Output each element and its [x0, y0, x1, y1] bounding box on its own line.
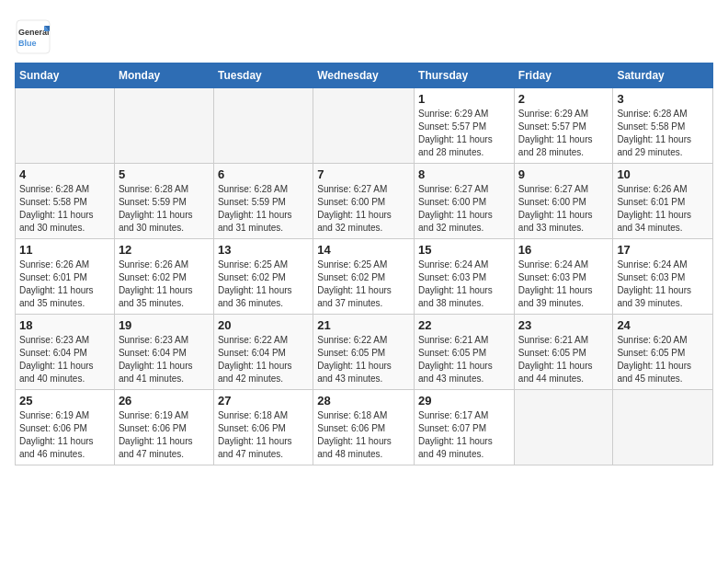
calendar-cell: 10Sunrise: 6:26 AM Sunset: 6:01 PM Dayli…	[613, 164, 713, 239]
calendar-cell: 28Sunrise: 6:18 AM Sunset: 6:06 PM Dayli…	[313, 390, 415, 465]
calendar-cell: 12Sunrise: 6:26 AM Sunset: 6:02 PM Dayli…	[114, 239, 213, 315]
calendar-cell	[613, 390, 713, 465]
calendar-cell	[114, 88, 213, 164]
day-of-week-header: Monday	[114, 63, 213, 88]
calendar-cell: 15Sunrise: 6:24 AM Sunset: 6:03 PM Dayli…	[415, 239, 515, 315]
calendar-cell: 13Sunrise: 6:25 AM Sunset: 6:02 PM Dayli…	[213, 239, 313, 315]
calendar-cell: 6Sunrise: 6:28 AM Sunset: 5:59 PM Daylig…	[213, 164, 313, 239]
day-number: 21	[317, 318, 410, 332]
day-number: 9	[518, 167, 609, 181]
calendar-cell: 23Sunrise: 6:21 AM Sunset: 6:05 PM Dayli…	[514, 315, 613, 390]
calendar-cell: 25Sunrise: 6:19 AM Sunset: 6:06 PM Dayli…	[16, 390, 115, 465]
calendar-week-row: 11Sunrise: 6:26 AM Sunset: 6:01 PM Dayli…	[16, 239, 713, 315]
day-info: Sunrise: 6:27 AM Sunset: 6:00 PM Dayligh…	[418, 183, 510, 235]
day-number: 13	[218, 243, 309, 257]
day-of-week-header: Friday	[514, 63, 613, 88]
day-info: Sunrise: 6:21 AM Sunset: 6:05 PM Dayligh…	[518, 334, 609, 385]
calendar-cell: 21Sunrise: 6:22 AM Sunset: 6:05 PM Dayli…	[313, 315, 415, 390]
calendar-cell: 3Sunrise: 6:28 AM Sunset: 5:58 PM Daylig…	[613, 88, 713, 164]
day-number: 14	[317, 243, 410, 257]
day-info: Sunrise: 6:20 AM Sunset: 6:05 PM Dayligh…	[617, 334, 709, 385]
calendar-week-row: 18Sunrise: 6:23 AM Sunset: 6:04 PM Dayli…	[16, 315, 713, 390]
calendar-cell	[16, 88, 115, 164]
calendar-cell: 26Sunrise: 6:19 AM Sunset: 6:06 PM Dayli…	[114, 390, 213, 465]
day-number: 7	[317, 167, 410, 181]
day-info: Sunrise: 6:25 AM Sunset: 6:02 PM Dayligh…	[218, 259, 309, 310]
day-number: 4	[19, 167, 110, 181]
day-number: 10	[617, 167, 709, 181]
day-info: Sunrise: 6:18 AM Sunset: 6:06 PM Dayligh…	[218, 409, 309, 461]
calendar-cell: 16Sunrise: 6:24 AM Sunset: 6:03 PM Dayli…	[514, 239, 613, 315]
day-of-week-header: Sunday	[16, 63, 115, 88]
calendar-cell: 7Sunrise: 6:27 AM Sunset: 6:00 PM Daylig…	[313, 164, 415, 239]
calendar-cell: 27Sunrise: 6:18 AM Sunset: 6:06 PM Dayli…	[213, 390, 313, 465]
calendar-cell: 9Sunrise: 6:27 AM Sunset: 6:00 PM Daylig…	[514, 164, 613, 239]
day-info: Sunrise: 6:28 AM Sunset: 5:58 PM Dayligh…	[617, 108, 709, 159]
day-number: 11	[19, 243, 110, 257]
day-of-week-header: Tuesday	[213, 63, 313, 88]
day-number: 6	[218, 167, 309, 181]
day-info: Sunrise: 6:24 AM Sunset: 6:03 PM Dayligh…	[418, 259, 510, 310]
day-number: 22	[418, 318, 510, 332]
calendar-cell: 29Sunrise: 6:17 AM Sunset: 6:07 PM Dayli…	[415, 390, 515, 465]
day-info: Sunrise: 6:24 AM Sunset: 6:03 PM Dayligh…	[518, 259, 609, 310]
header: General Blue	[15, 15, 713, 55]
calendar-cell	[514, 390, 613, 465]
day-number: 8	[418, 167, 510, 181]
calendar-cell: 20Sunrise: 6:22 AM Sunset: 6:04 PM Dayli…	[213, 315, 313, 390]
calendar-table: SundayMondayTuesdayWednesdayThursdayFrid…	[15, 63, 713, 465]
day-number: 16	[518, 243, 609, 257]
calendar-week-row: 1Sunrise: 6:29 AM Sunset: 5:57 PM Daylig…	[16, 88, 713, 164]
day-number: 5	[119, 167, 210, 181]
day-info: Sunrise: 6:23 AM Sunset: 6:04 PM Dayligh…	[119, 334, 210, 385]
calendar-cell: 2Sunrise: 6:29 AM Sunset: 5:57 PM Daylig…	[514, 88, 613, 164]
day-of-week-header: Saturday	[613, 63, 713, 88]
day-info: Sunrise: 6:22 AM Sunset: 6:05 PM Dayligh…	[317, 334, 410, 385]
day-number: 3	[617, 92, 709, 106]
day-info: Sunrise: 6:28 AM Sunset: 5:59 PM Dayligh…	[218, 183, 309, 235]
day-number: 28	[317, 394, 410, 408]
calendar-cell: 11Sunrise: 6:26 AM Sunset: 6:01 PM Dayli…	[16, 239, 115, 315]
day-info: Sunrise: 6:29 AM Sunset: 5:57 PM Dayligh…	[418, 108, 510, 159]
calendar-cell: 4Sunrise: 6:28 AM Sunset: 5:58 PM Daylig…	[16, 164, 115, 239]
day-number: 18	[19, 318, 110, 332]
day-info: Sunrise: 6:29 AM Sunset: 5:57 PM Dayligh…	[518, 108, 609, 159]
calendar-cell: 8Sunrise: 6:27 AM Sunset: 6:00 PM Daylig…	[415, 164, 515, 239]
day-info: Sunrise: 6:25 AM Sunset: 6:02 PM Dayligh…	[317, 259, 410, 310]
day-number: 19	[119, 318, 210, 332]
day-number: 27	[218, 394, 309, 408]
day-of-week-header: Wednesday	[313, 63, 415, 88]
calendar-cell: 18Sunrise: 6:23 AM Sunset: 6:04 PM Dayli…	[16, 315, 115, 390]
logo: General Blue	[15, 18, 51, 55]
day-number: 1	[418, 92, 510, 106]
day-number: 20	[218, 318, 309, 332]
calendar-cell: 22Sunrise: 6:21 AM Sunset: 6:05 PM Dayli…	[415, 315, 515, 390]
day-number: 24	[617, 318, 709, 332]
day-info: Sunrise: 6:26 AM Sunset: 6:01 PM Dayligh…	[617, 183, 709, 235]
calendar-cell: 24Sunrise: 6:20 AM Sunset: 6:05 PM Dayli…	[613, 315, 713, 390]
calendar-week-row: 25Sunrise: 6:19 AM Sunset: 6:06 PM Dayli…	[16, 390, 713, 465]
calendar-cell: 14Sunrise: 6:25 AM Sunset: 6:02 PM Dayli…	[313, 239, 415, 315]
svg-rect-0	[17, 20, 50, 53]
day-info: Sunrise: 6:26 AM Sunset: 6:01 PM Dayligh…	[19, 259, 110, 310]
svg-text:Blue: Blue	[18, 39, 37, 48]
day-number: 29	[418, 394, 510, 408]
day-info: Sunrise: 6:18 AM Sunset: 6:06 PM Dayligh…	[317, 409, 410, 461]
day-info: Sunrise: 6:19 AM Sunset: 6:06 PM Dayligh…	[119, 409, 210, 461]
day-info: Sunrise: 6:27 AM Sunset: 6:00 PM Dayligh…	[317, 183, 410, 235]
day-info: Sunrise: 6:24 AM Sunset: 6:03 PM Dayligh…	[617, 259, 709, 310]
day-info: Sunrise: 6:19 AM Sunset: 6:06 PM Dayligh…	[19, 409, 110, 461]
calendar-cell	[313, 88, 415, 164]
day-number: 12	[119, 243, 210, 257]
day-number: 2	[518, 92, 609, 106]
day-number: 26	[119, 394, 210, 408]
calendar-cell: 19Sunrise: 6:23 AM Sunset: 6:04 PM Dayli…	[114, 315, 213, 390]
day-of-week-header: Thursday	[415, 63, 515, 88]
calendar-week-row: 4Sunrise: 6:28 AM Sunset: 5:58 PM Daylig…	[16, 164, 713, 239]
day-number: 17	[617, 243, 709, 257]
day-number: 23	[518, 318, 609, 332]
day-info: Sunrise: 6:28 AM Sunset: 5:58 PM Dayligh…	[19, 183, 110, 235]
day-number: 25	[19, 394, 110, 408]
day-info: Sunrise: 6:26 AM Sunset: 6:02 PM Dayligh…	[119, 259, 210, 310]
day-info: Sunrise: 6:17 AM Sunset: 6:07 PM Dayligh…	[418, 409, 510, 461]
